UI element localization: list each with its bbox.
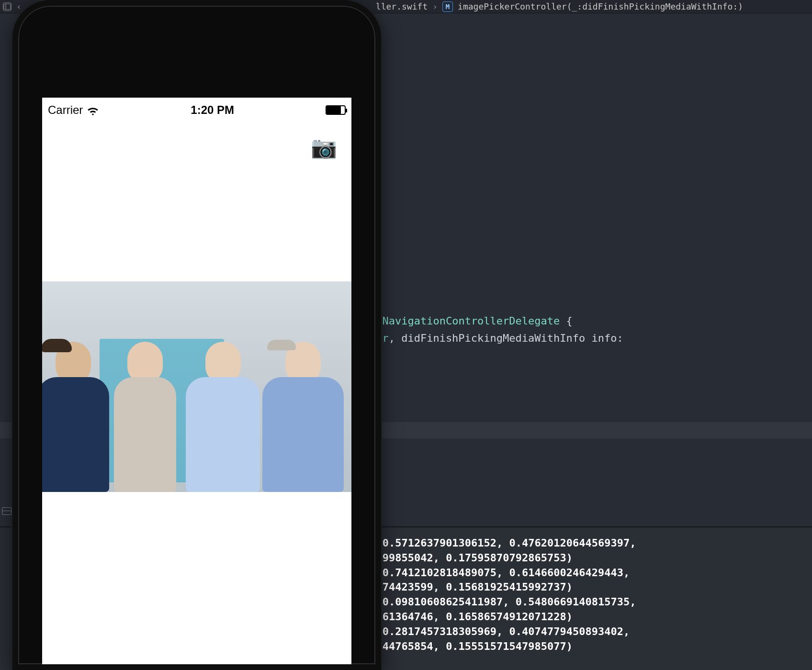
selected-image bbox=[42, 281, 351, 492]
code-text: , didFinishPickingMediaWithInfo info: bbox=[389, 332, 623, 344]
ios-simulator[interactable]: Carrier 1:20 PM 📷 bbox=[12, 0, 381, 670]
debug-panel-icon[interactable] bbox=[2, 507, 11, 515]
battery-icon bbox=[326, 105, 346, 115]
svg-rect-0 bbox=[4, 4, 11, 10]
wifi-icon bbox=[87, 105, 99, 115]
camera-button[interactable]: 📷 bbox=[311, 135, 337, 160]
method-badge-icon: M bbox=[442, 1, 453, 12]
status-bar: Carrier 1:20 PM bbox=[42, 98, 351, 123]
breadcrumb-file[interactable]: ller.swift bbox=[376, 1, 428, 11]
panel-toggle-icon[interactable] bbox=[3, 2, 11, 11]
breadcrumb-method[interactable]: imagePickerController(_:didFinishPicking… bbox=[458, 1, 743, 11]
carrier-label: Carrier bbox=[48, 103, 83, 117]
clock: 1:20 PM bbox=[191, 103, 234, 117]
chevron-right-icon: › bbox=[432, 1, 438, 11]
back-chevron-icon[interactable]: ‹ bbox=[16, 1, 22, 11]
simulator-screen[interactable]: Carrier 1:20 PM 📷 bbox=[42, 98, 351, 664]
